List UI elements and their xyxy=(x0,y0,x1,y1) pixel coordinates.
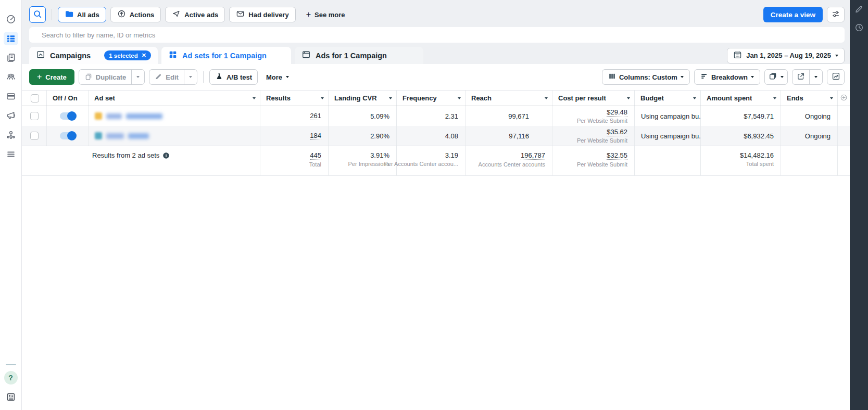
column-label: Budget xyxy=(640,94,664,102)
header-ends[interactable]: Ends xyxy=(781,91,838,106)
tab-campaigns[interactable]: Campaigns 1 selected ✕ xyxy=(29,47,158,64)
close-icon[interactable]: ✕ xyxy=(142,52,146,59)
frequency-value: 4.08 xyxy=(445,132,458,140)
summary-label: Results from 2 ad sets xyxy=(92,151,159,159)
filter-chip-all-ads[interactable]: All ads xyxy=(58,7,106,22)
filter-chip-active-ads[interactable]: Active ads xyxy=(165,7,225,22)
create-button[interactable]: + Create xyxy=(29,69,74,85)
see-more-button[interactable]: + See more xyxy=(300,7,351,22)
tab-label: Ads for 1 Campaign xyxy=(316,52,387,60)
history-clock-icon[interactable] xyxy=(854,23,864,32)
columns-button[interactable]: Columns: Custom xyxy=(602,69,690,85)
filter-chip-actions[interactable]: Actions xyxy=(110,7,161,22)
header-ad-set[interactable]: Ad set xyxy=(89,91,260,106)
filter-chip-had-delivery[interactable]: Had delivery xyxy=(229,7,295,22)
row-checkbox[interactable] xyxy=(30,112,39,120)
header-reach[interactable]: Reach xyxy=(466,91,552,106)
search-toggle-button[interactable] xyxy=(29,6,46,23)
view-settings-button[interactable] xyxy=(827,7,845,22)
add-column-icon xyxy=(840,94,848,103)
pages-icon[interactable] xyxy=(4,51,18,65)
results-value[interactable]: 261 xyxy=(310,112,321,120)
more-label: More xyxy=(266,73,282,81)
summary-landing-cvr-value: 3.91% xyxy=(370,151,389,159)
header-landing-cvr[interactable]: Landing CVR xyxy=(329,91,397,106)
column-label: Amount spent xyxy=(707,94,752,102)
row-checkbox[interactable] xyxy=(30,132,39,140)
off-on-toggle[interactable] xyxy=(60,112,76,120)
duplicate-dropdown[interactable] xyxy=(131,70,144,84)
sort-caret-icon xyxy=(389,97,392,99)
charts-button[interactable] xyxy=(827,69,845,85)
table-row: 261 5.09% 2.31 99,671 $29.48 Per Website… xyxy=(22,106,850,126)
redacted-name-segment xyxy=(106,113,122,119)
results-value[interactable]: 184 xyxy=(310,132,321,140)
summary-ends-cell xyxy=(781,146,838,175)
add-column-button[interactable] xyxy=(838,91,850,106)
menu-lines-icon[interactable] xyxy=(4,147,18,161)
envelope-icon xyxy=(236,9,245,20)
header-frequency[interactable]: Frequency xyxy=(397,91,466,106)
stacked-reports-icon xyxy=(769,72,777,82)
info-icon[interactable] xyxy=(162,152,170,161)
more-button[interactable]: More xyxy=(262,69,293,85)
summary-cost-value[interactable]: $32.55 xyxy=(607,151,627,160)
sort-caret-icon xyxy=(321,97,324,99)
column-label: Ends xyxy=(787,94,803,102)
summary-amount-spent-cell: $14,482.16 Total spent xyxy=(701,146,781,175)
landing-cvr-cell: 5.09% xyxy=(329,106,397,126)
folder-icon xyxy=(65,9,73,20)
export-dropdown[interactable] xyxy=(809,70,822,84)
search-input[interactable] xyxy=(29,27,845,43)
summary-frequency-cell: 3.19 Per Accounts Center accou... xyxy=(397,146,466,175)
cost-value[interactable]: $29.48 xyxy=(607,108,627,117)
reports-button[interactable] xyxy=(764,69,788,85)
stub-cell xyxy=(838,126,850,146)
select-all-checkbox[interactable] xyxy=(31,94,39,102)
summary-reach-value[interactable]: 196,787 xyxy=(521,151,545,160)
header-off-on[interactable]: Off / On xyxy=(47,91,89,106)
edit-button[interactable]: Edit xyxy=(149,70,184,84)
header-cost-per-result[interactable]: Cost per result xyxy=(552,91,635,106)
megaphone-icon[interactable] xyxy=(4,109,18,122)
tab-ad-sets[interactable]: Ad sets for 1 Campaign xyxy=(161,47,291,64)
row-select-cell xyxy=(22,106,47,126)
main-content: All ads Actions Active ads Had delivery xyxy=(22,0,850,410)
sort-caret-icon xyxy=(545,97,548,99)
summary-results-value[interactable]: 445 xyxy=(310,151,321,160)
export-button[interactable] xyxy=(792,70,809,84)
business-network-icon[interactable] xyxy=(4,128,18,142)
audiences-icon[interactable] xyxy=(4,70,18,84)
tab-ads[interactable]: Ads for 1 Campaign xyxy=(295,47,423,64)
billing-card-icon[interactable] xyxy=(4,89,18,103)
header-amount-spent[interactable]: Amount spent xyxy=(701,91,781,106)
chevron-down-icon xyxy=(835,55,838,57)
edit-pencil-icon[interactable] xyxy=(854,4,864,14)
updates-newspaper-icon[interactable] xyxy=(4,390,18,404)
cost-value[interactable]: $35.62 xyxy=(607,128,627,136)
breakdown-bars-icon xyxy=(700,72,708,82)
campaigns-table-icon[interactable] xyxy=(4,32,18,45)
summary-results-sub: Total xyxy=(309,161,321,168)
results-cell: 261 xyxy=(260,106,329,126)
ab-test-button[interactable]: A/B test xyxy=(209,69,258,85)
header-select-cell xyxy=(22,91,47,106)
duplicate-split-button: Duplicate xyxy=(79,69,145,85)
landing-cvr-value: 2.90% xyxy=(370,132,389,140)
edit-dropdown[interactable] xyxy=(184,70,197,84)
date-range-picker[interactable]: Jan 1, 2025 – Aug 19, 2025 xyxy=(727,48,845,63)
breakdown-button[interactable]: Breakdown xyxy=(694,69,760,85)
help-button[interactable]: ? xyxy=(4,371,18,385)
chevron-down-icon xyxy=(286,76,289,78)
overview-gauge-icon[interactable] xyxy=(4,12,18,26)
filter-toolbar: All ads Actions Active ads Had delivery xyxy=(22,0,850,27)
header-budget[interactable]: Budget xyxy=(635,91,701,106)
header-results[interactable]: Results xyxy=(260,91,329,106)
summary-budget-cell xyxy=(635,146,701,175)
ad-set-name-cell[interactable] xyxy=(89,126,260,146)
off-on-toggle[interactable] xyxy=(60,132,76,139)
sort-caret-icon xyxy=(830,97,833,99)
ad-set-name-cell[interactable] xyxy=(89,106,260,126)
duplicate-button[interactable]: Duplicate xyxy=(79,70,132,84)
create-a-view-button[interactable]: Create a view xyxy=(763,7,823,22)
